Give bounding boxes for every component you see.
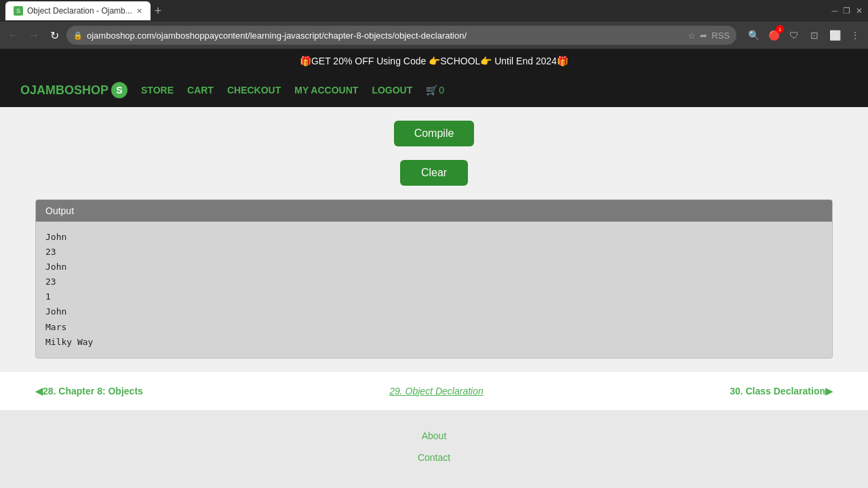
output-line: 1 [45,289,823,304]
extension-shield-icon[interactable]: 🛡 [787,28,802,43]
output-line: John [45,260,823,274]
contact-link[interactable]: Contact [20,452,848,463]
tab-close-button[interactable]: ✕ [136,7,142,16]
promo-banner: 🎁GET 20% OFF Using Code 👉SCHOOL👉 Until E… [0,49,868,73]
extension-badge-icon[interactable]: 🔴 [766,28,781,43]
settings-icon[interactable]: ⋮ [848,28,863,43]
output-panel: Output John23John231JohnMarsMilky Way [35,199,833,359]
nav-myaccount-link[interactable]: MY ACCOUNT [294,85,358,96]
screenshot-icon[interactable]: ⬜ [827,28,842,43]
output-header: Output [36,200,832,222]
logo-link[interactable]: OJAMBOSHOP S [20,82,127,98]
output-line: Milky Way [45,335,823,350]
share-icon[interactable]: ➦ [700,30,707,41]
forward-button[interactable]: → [26,27,42,43]
output-body: John23John231JohnMarsMilky Way [36,222,832,358]
next-page-link[interactable]: 30. Class Declaration▶ [730,386,833,396]
restore-icon[interactable]: ❐ [843,6,850,16]
tab-title: Object Declaration - Ojamb... [27,6,132,16]
logo-text: OJAMBOSHOP [20,83,108,98]
about-link[interactable]: About [20,430,848,441]
main-navigation: OJAMBOSHOP S STORE CART CHECKOUT MY ACCO… [0,73,868,107]
back-button[interactable]: ← [5,27,22,43]
clear-button[interactable]: Clear [400,160,468,186]
nav-cart-link[interactable]: CART [187,85,214,96]
cart-count: 0 [439,85,444,96]
prev-page-link[interactable]: ◀28. Chapter 8: Objects [35,386,143,396]
rss-icon: RSS [711,30,730,41]
footer: About Contact [0,410,868,488]
nav-store-link[interactable]: STORE [141,85,174,96]
close-window-icon[interactable]: ✕ [856,6,863,16]
browser-extensions: 🔍 🔴 🛡 ⊡ ⬜ ⋮ [746,28,863,43]
tab-bar: S Object Declaration - Ojamb... ✕ + ─ ❐ … [0,0,868,22]
browser-chrome: S Object Declaration - Ojamb... ✕ + ─ ❐ … [0,0,868,49]
output-line: John [45,304,823,319]
output-line: John [45,230,823,245]
logo-s-badge: S [111,82,127,98]
nav-checkout-link[interactable]: CHECKOUT [227,85,281,96]
reload-button[interactable]: ↻ [46,27,62,43]
main-area: Compile Clear Output John23John231JohnMa… [0,107,868,372]
cart-icon: 🛒 [426,85,437,96]
page-content: 🎁GET 20% OFF Using Code 👉SCHOOL👉 Until E… [0,49,868,488]
security-icon: 🔒 [73,31,83,40]
search-icon[interactable]: 🔍 [746,28,761,43]
window-controls: ─ ❐ ✕ [831,6,863,16]
nav-logout-link[interactable]: LOGOUT [372,85,412,96]
new-tab-button[interactable]: + [151,4,166,18]
output-line: Mars [45,320,823,335]
promo-text: 🎁GET 20% OFF Using Code 👉SCHOOL👉 Until E… [300,56,568,66]
reading-mode-icon[interactable]: ⊡ [807,28,822,43]
output-line: 23 [45,274,823,289]
output-line: 23 [45,245,823,260]
address-bar-actions: ☆ ➦ RSS [688,30,730,41]
address-input[interactable] [87,30,684,41]
bookmark-icon[interactable]: ☆ [688,30,696,41]
minimize-icon[interactable]: ─ [831,6,837,16]
page-navigation: ◀28. Chapter 8: Objects 29. Object Decla… [0,372,868,410]
browser-navigation: ← → ↻ 🔒 ☆ ➦ RSS 🔍 🔴 🛡 ⊡ ⬜ ⋮ [0,22,868,49]
current-page-link[interactable]: 29. Object Declaration [389,386,484,396]
cart-icon-wrap[interactable]: 🛒 0 [426,85,444,96]
active-tab[interactable]: S Object Declaration - Ojamb... ✕ [5,1,151,20]
tab-favicon: S [14,6,23,16]
compile-button[interactable]: Compile [394,121,475,146]
address-bar-container[interactable]: 🔒 ☆ ➦ RSS [66,26,736,45]
